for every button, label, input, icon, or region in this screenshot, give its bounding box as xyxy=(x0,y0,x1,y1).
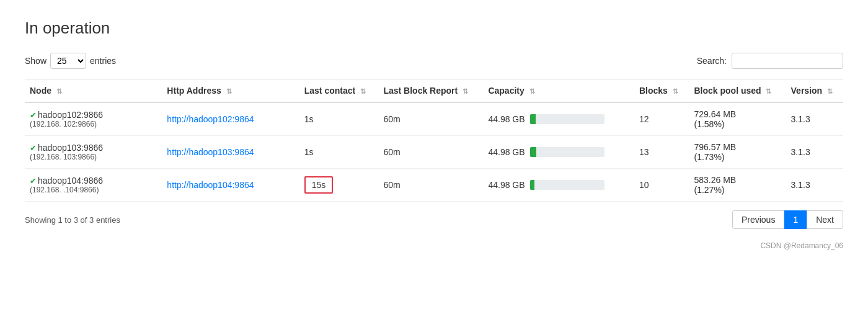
cell-node: ✔hadoop104:9866(192.168. .104:9866) xyxy=(25,169,162,202)
show-label: Show xyxy=(25,56,46,66)
search-label: Search: xyxy=(697,56,727,66)
cell-last-block-report: 60m xyxy=(378,136,483,169)
entries-label: entries xyxy=(90,56,116,66)
cell-version: 3.1.3 xyxy=(786,136,843,169)
http-link[interactable]: http://hadoop102:9864 xyxy=(167,114,254,124)
sort-icon-capacity: ⇅ xyxy=(529,87,535,96)
sort-icon-http: ⇅ xyxy=(226,87,232,96)
cell-http: http://hadoop104:9864 xyxy=(162,169,299,202)
http-link[interactable]: http://hadoop104:9864 xyxy=(167,180,254,190)
check-icon: ✔ xyxy=(30,176,37,186)
cell-capacity: 44.98 GB xyxy=(483,136,634,169)
search-input[interactable] xyxy=(732,53,843,69)
sort-icon-blockreport: ⇅ xyxy=(463,87,468,96)
http-link[interactable]: http://hadoop103:9864 xyxy=(167,147,254,157)
cell-last-block-report: 60m xyxy=(378,102,483,136)
capacity-bar-fill xyxy=(530,180,535,190)
cell-last-block-report: 60m xyxy=(378,169,483,202)
cell-last-contact: 15s xyxy=(299,169,379,202)
capacity-text: 44.98 GB xyxy=(488,147,525,157)
col-capacity[interactable]: Capacity ⇅ xyxy=(483,79,634,103)
pagination: Previous 1 Next xyxy=(732,210,843,229)
cell-http: http://hadoop102:9864 xyxy=(162,102,299,136)
prev-button[interactable]: Previous xyxy=(732,210,784,229)
capacity-bar xyxy=(530,180,604,190)
cell-block-pool: 583.26 MB (1.27%) xyxy=(689,169,786,202)
cell-last-contact: 1s xyxy=(299,102,379,136)
capacity-text: 44.98 GB xyxy=(488,114,525,124)
table-row: ✔hadoop102:9866(192.168. 102:9866)http:/… xyxy=(25,102,843,136)
sort-icon-node: ⇅ xyxy=(56,87,62,96)
page-title: In operation xyxy=(25,19,843,38)
sort-icon-blockpool: ⇅ xyxy=(766,87,771,96)
capacity-bar xyxy=(530,147,604,157)
cell-blocks: 12 xyxy=(634,102,689,136)
check-icon: ✔ xyxy=(30,110,37,120)
cell-node: ✔hadoop102:9866(192.168. 102:9866) xyxy=(25,102,162,136)
col-contact[interactable]: Last contact ⇅ xyxy=(299,79,379,103)
cell-capacity: 44.98 GB xyxy=(483,102,634,136)
check-icon: ✔ xyxy=(30,143,37,153)
next-button[interactable]: Next xyxy=(807,210,843,229)
col-version[interactable]: Version ⇅ xyxy=(786,79,843,103)
cell-blocks: 10 xyxy=(634,169,689,202)
col-http[interactable]: Http Address ⇅ xyxy=(162,79,299,103)
col-blockreport[interactable]: Last Block Report ⇅ xyxy=(378,79,483,103)
col-blocks[interactable]: Blocks ⇅ xyxy=(634,79,689,103)
cell-capacity: 44.98 GB xyxy=(483,169,634,202)
capacity-text: 44.98 GB xyxy=(488,180,525,190)
capacity-bar-fill xyxy=(530,114,536,124)
cell-http: http://hadoop103:9864 xyxy=(162,136,299,169)
cell-block-pool: 796.57 MB (1.73%) xyxy=(689,136,786,169)
sort-icon-blocks: ⇅ xyxy=(673,87,678,96)
capacity-bar xyxy=(530,114,604,124)
cell-block-pool: 729.64 MB (1.58%) xyxy=(689,102,786,136)
cell-blocks: 13 xyxy=(634,136,689,169)
table-row: ✔hadoop103:9866(192.168. 103:9866)http:/… xyxy=(25,136,843,169)
cell-version: 3.1.3 xyxy=(786,102,843,136)
watermark: CSDN @Redamancy_06 xyxy=(25,241,843,250)
cell-version: 3.1.3 xyxy=(786,169,843,202)
showing-text: Showing 1 to 3 of 3 entries xyxy=(25,215,120,225)
capacity-bar-fill xyxy=(530,147,536,157)
sort-icon-version: ⇅ xyxy=(827,87,833,96)
show-entries-select[interactable]: 25 10 50 100 xyxy=(50,53,86,69)
datanode-table: Node ⇅ Http Address ⇅ Last contact ⇅ Las… xyxy=(25,79,843,202)
highlighted-contact: 15s xyxy=(304,176,334,194)
cell-last-contact: 1s xyxy=(299,136,379,169)
col-node[interactable]: Node ⇅ xyxy=(25,79,162,103)
page-1-button[interactable]: 1 xyxy=(784,210,807,229)
cell-node: ✔hadoop103:9866(192.168. 103:9866) xyxy=(25,136,162,169)
table-row: ✔hadoop104:9866(192.168. .104:9866)http:… xyxy=(25,169,843,202)
col-blockpool[interactable]: Block pool used ⇅ xyxy=(689,79,786,103)
sort-icon-contact: ⇅ xyxy=(360,87,366,96)
